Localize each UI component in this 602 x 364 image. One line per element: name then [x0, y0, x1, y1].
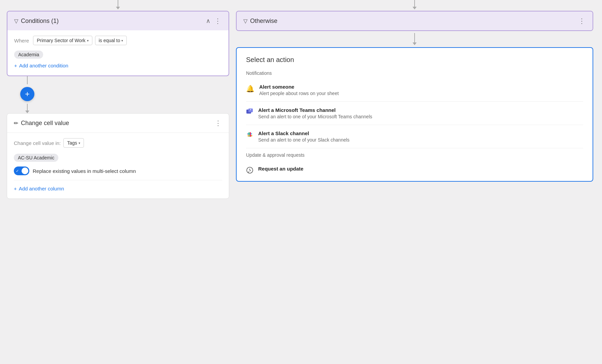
change-cell-header-left: ✏ Change cell value [14, 120, 69, 127]
otherwise-header: ▽ Otherwise ⋮ [237, 11, 593, 30]
request-update-icon [246, 166, 253, 176]
conditions-header-left: ▽ Conditions (1) [14, 18, 59, 25]
pencil-icon: ✏ [14, 120, 18, 126]
otherwise-title: Otherwise [250, 18, 277, 25]
alert-teams-item[interactable]: Alert a Microsoft Teams channel Send an … [237, 102, 593, 125]
conditions-menu-button[interactable]: ⋮ [214, 17, 222, 25]
select-action-card: Select an action Notifications 🔔 Alert s… [236, 47, 593, 182]
alert-slack-desc: Send an alert to one of your Slack chann… [258, 137, 350, 143]
otherwise-header-left: ▽ Otherwise [243, 18, 277, 25]
toggle-row: ✓ Replace existing values in multi-selec… [14, 166, 222, 180]
otherwise-card: ▽ Otherwise ⋮ [236, 11, 593, 31]
where-label: Where [14, 38, 29, 43]
operator-dropdown[interactable]: is equal to ▾ [95, 36, 127, 45]
alert-slack-title: Alert a Slack channel [258, 130, 350, 136]
svg-rect-5 [247, 133, 252, 134]
select-action-title: Select an action [237, 48, 593, 66]
conditions-body: Where Primary Sector of Work ▾ is equal … [7, 30, 229, 75]
bell-icon: 🔔 [246, 85, 254, 93]
right-arrow-connector [236, 31, 593, 47]
slack-icon [246, 131, 253, 140]
change-cell-title: Change cell value [21, 120, 69, 127]
alert-someone-item[interactable]: 🔔 Alert someone Alert people about rows … [237, 79, 593, 101]
filter-icon: ▽ [14, 18, 18, 24]
chevron-up-icon[interactable]: ∧ [206, 17, 210, 25]
conditions-header-right: ∧ ⋮ [206, 17, 222, 25]
field-dropdown[interactable]: Primary Sector of Work ▾ [33, 36, 92, 45]
toggle-check-icon: ✓ [16, 169, 19, 173]
otherwise-menu-button[interactable]: ⋮ [578, 17, 586, 25]
alert-teams-text: Alert a Microsoft Teams channel Send an … [258, 107, 372, 119]
toggle-circle [22, 168, 28, 174]
request-update-item[interactable]: Request an update [237, 160, 593, 181]
alert-someone-text: Alert someone Alert people about rows on… [259, 84, 339, 96]
change-cell-menu-button[interactable]: ⋮ [215, 119, 222, 127]
column-dropdown[interactable]: Tags ▾ [63, 138, 84, 148]
alert-teams-desc: Send an alert to one of your Microsoft T… [258, 114, 372, 119]
svg-rect-8 [247, 135, 252, 136]
multi-select-toggle[interactable]: ✓ [14, 166, 29, 175]
change-cell-card: ✏ Change cell value ⋮ Change cell value … [7, 113, 229, 199]
alert-slack-text: Alert a Slack channel Send an alert to o… [258, 130, 350, 143]
svg-rect-9 [250, 132, 251, 137]
add-column-link[interactable]: + Add another column [14, 186, 64, 191]
toggle-label: Replace existing values in multi-select … [33, 168, 136, 174]
conditions-header: ▽ Conditions (1) ∧ ⋮ [7, 11, 229, 30]
otherwise-filter-icon: ▽ [243, 18, 247, 24]
change-cell-body: Change cell value in: Tags ▾ AC-SU Acade… [7, 133, 229, 199]
plus-icon: + [14, 63, 17, 68]
conditions-title: Conditions (1) [21, 18, 59, 25]
tag-value: Academia [14, 49, 222, 59]
request-update-text: Request an update [258, 166, 303, 173]
cell-tag-value: AC-SU Academic [14, 152, 222, 162]
where-row: Where Primary Sector of Work ▾ is equal … [14, 36, 222, 45]
svg-point-3 [250, 109, 251, 110]
alert-someone-desc: Alert people about rows on your sheet [259, 91, 339, 96]
change-cell-header: ✏ Change cell value ⋮ [7, 114, 229, 133]
teams-icon [246, 108, 253, 117]
update-section-label: Update & approval requests [237, 148, 593, 160]
plus-col-icon: + [14, 186, 17, 191]
change-cell-in-label: Change cell value in: [14, 140, 61, 146]
alert-teams-title: Alert a Microsoft Teams channel [258, 107, 372, 113]
add-condition-link[interactable]: + Add another condition [14, 63, 68, 68]
notifications-section-label: Notifications [237, 66, 593, 79]
alert-slack-item[interactable]: Alert a Slack channel Send an alert to o… [237, 125, 593, 148]
request-update-title: Request an update [258, 166, 303, 172]
conditions-card: ▽ Conditions (1) ∧ ⋮ Where Primary Secto… [7, 11, 229, 76]
change-cell-row: Change cell value in: Tags ▾ [14, 138, 222, 148]
add-step-button[interactable]: + [20, 87, 34, 101]
alert-someone-title: Alert someone [259, 84, 339, 90]
